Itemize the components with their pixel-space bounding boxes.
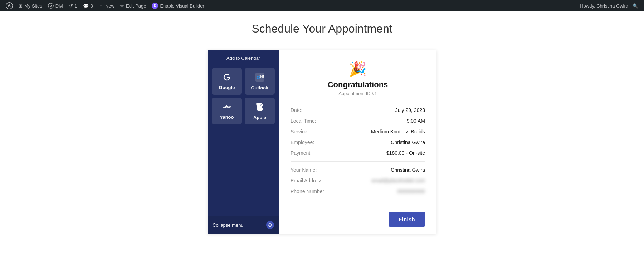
new-label: New <box>105 3 114 9</box>
calendar-buttons: Google O 365 Outlook <box>208 67 279 129</box>
your-name-label: Your Name: <box>291 164 351 175</box>
svg-text:365: 365 <box>259 75 264 78</box>
finish-button[interactable]: Finish <box>389 212 425 227</box>
employee-label: Employee: <box>291 137 351 148</box>
enable-visual-builder-item[interactable]: D Enable Visual Builder <box>149 0 207 11</box>
revisions-icon: ↺ <box>69 3 73 9</box>
your-name-row: Your Name: Christina Gwira <box>291 164 425 175</box>
svg-text:D: D <box>50 4 52 8</box>
calendar-panel: Add to Calendar Google <box>208 50 279 234</box>
edit-icon: ✏ <box>120 3 124 9</box>
add-to-calendar-header: Add to Calendar <box>208 50 279 67</box>
my-sites-item[interactable]: ⊞ My Sites <box>16 0 45 11</box>
divider-row <box>291 158 425 164</box>
congrats-title: Congratulations <box>291 80 425 89</box>
confirmation-content: 🎉 Congratulations Appointment ID #1 Date… <box>279 50 436 207</box>
revisions-item[interactable]: ↺ 1 <box>66 0 80 11</box>
apple-calendar-button[interactable]: Apple <box>245 98 275 124</box>
collapse-menu[interactable]: Collapse menu ⊕ <box>208 216 279 234</box>
apple-icon <box>256 103 263 113</box>
your-name-value: Christina Gwira <box>351 164 425 175</box>
revisions-count: 1 <box>75 3 77 9</box>
service-row: Service: Medium Knotless Braids <box>291 126 425 137</box>
enable-visual-builder-label: Enable Visual Builder <box>160 3 204 9</box>
google-label: Google <box>219 85 235 90</box>
apple-label: Apple <box>253 115 266 120</box>
comments-icon: 💬 <box>83 3 89 9</box>
google-icon <box>223 73 231 83</box>
phone-row: Phone Number: 0000000000 <box>291 186 425 197</box>
comments-item[interactable]: 💬 0 <box>80 0 96 11</box>
page-title: Schedule Your Appointment <box>252 22 392 35</box>
outlook-label: Outlook <box>251 85 268 90</box>
confirmation-panel: 🎉 Congratulations Appointment ID #1 Date… <box>279 50 436 234</box>
main-content: Schedule Your Appointment Add to Calenda… <box>0 11 644 280</box>
google-calendar-button[interactable]: Google <box>212 68 242 95</box>
appointment-id: Appointment ID #1 <box>291 91 425 96</box>
my-sites-label: My Sites <box>24 3 42 9</box>
plus-icon: ＋ <box>99 3 103 9</box>
local-time-label: Local Time: <box>291 116 351 126</box>
party-icon: 🎉 <box>291 60 425 77</box>
svg-text:yahoo!: yahoo! <box>223 105 231 109</box>
employee-value: Christina Gwira <box>351 137 425 148</box>
user-greeting: Howdy, Christina Gwira <box>580 3 628 9</box>
payment-value: $180.00 - On-site <box>351 148 425 158</box>
finish-row: Finish <box>279 207 436 234</box>
local-time-row: Local Time: 9:00 AM <box>291 116 425 126</box>
phone-value: 0000000000 <box>351 186 425 197</box>
new-item[interactable]: ＋ New <box>96 0 117 11</box>
divi-item[interactable]: D Divi <box>45 0 66 11</box>
employee-row: Employee: Christina Gwira <box>291 137 425 148</box>
collapse-label: Collapse menu <box>213 222 244 228</box>
yahoo-icon: yahoo! <box>223 103 231 112</box>
edit-page-label: Edit Page <box>126 3 146 9</box>
email-row: Email Address: email@placeholder.com <box>291 175 425 186</box>
date-label: Date: <box>291 105 351 116</box>
sites-icon: ⊞ <box>19 3 23 9</box>
admin-bar: ⊞ My Sites D Divi ↺ 1 💬 0 ＋ New ✏ Edit P… <box>0 0 644 11</box>
appointment-widget: Add to Calendar Google <box>208 50 436 234</box>
local-time-value: 9:00 AM <box>351 116 425 126</box>
phone-label: Phone Number: <box>291 186 351 197</box>
search-button[interactable]: 🔍 <box>630 0 641 11</box>
search-icon: 🔍 <box>633 3 638 9</box>
collapse-icon: ⊕ <box>266 221 274 229</box>
yahoo-calendar-button[interactable]: yahoo! Yahoo <box>212 98 242 124</box>
edit-page-item[interactable]: ✏ Edit Page <box>117 0 149 11</box>
yahoo-label: Yahoo <box>220 114 234 120</box>
date-value: July 29, 2023 <box>351 105 425 116</box>
divi-label: Divi <box>55 3 63 9</box>
payment-row: Payment: $180.00 - On-site <box>291 148 425 158</box>
service-label: Service: <box>291 126 351 137</box>
email-label: Email Address: <box>291 175 351 186</box>
service-value: Medium Knotless Braids <box>351 126 425 137</box>
payment-label: Payment: <box>291 148 351 158</box>
outlook-icon: O 365 <box>255 73 264 83</box>
date-row: Date: July 29, 2023 <box>291 105 425 116</box>
divi-badge-icon: D <box>152 3 158 9</box>
adminbar-right: Howdy, Christina Gwira 🔍 <box>580 0 641 11</box>
appointment-details-table: Date: July 29, 2023 Local Time: 9:00 AM … <box>291 105 425 197</box>
comments-count: 0 <box>91 3 93 9</box>
congrats-area: 🎉 Congratulations Appointment ID #1 <box>291 60 425 96</box>
outlook-calendar-button[interactable]: O 365 Outlook <box>245 68 275 95</box>
wp-logo-item[interactable] <box>3 0 16 11</box>
email-value: email@placeholder.com <box>351 175 425 186</box>
